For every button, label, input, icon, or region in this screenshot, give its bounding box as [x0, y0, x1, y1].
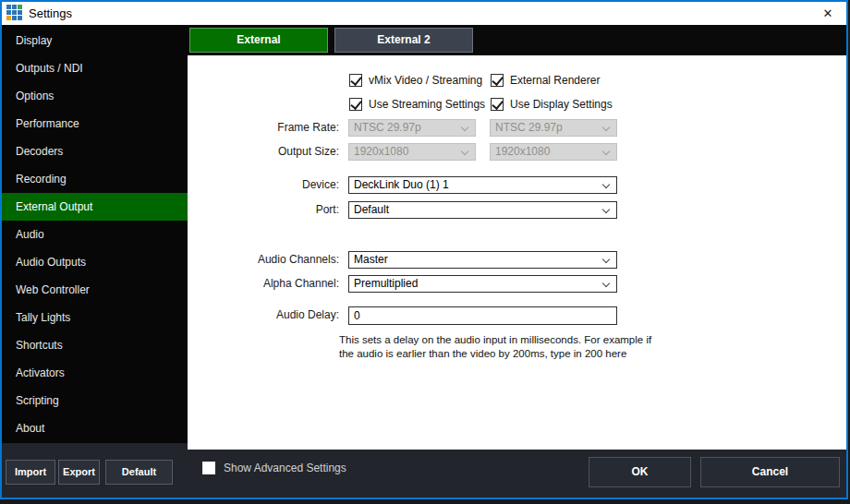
checkbox-external-renderer[interactable]: External Renderer	[491, 74, 600, 87]
sidebar-item-options[interactable]: Options	[2, 82, 188, 110]
checkbox-box	[349, 98, 362, 111]
port-label: Port:	[188, 203, 339, 216]
chevron-down-icon	[602, 148, 610, 155]
sidebar-item-external-output[interactable]: External Output	[2, 193, 188, 221]
audio-delay-help-text: This sets a delay on the audio input in …	[339, 333, 653, 361]
external-output-panel: vMix Video / Streaming External Renderer…	[188, 55, 846, 450]
audio-channels-label: Audio Channels:	[188, 253, 339, 266]
close-icon[interactable]: ✕	[818, 2, 838, 25]
output-size-select-1: 1920x1080	[348, 143, 476, 161]
checkbox-box	[491, 74, 504, 87]
combo-value: Default	[354, 203, 389, 216]
sidebar-item-audio-outputs[interactable]: Audio Outputs	[2, 248, 188, 276]
combo-value: Premultiplied	[354, 277, 418, 290]
checkbox-use-display-settings[interactable]: Use Display Settings	[491, 98, 613, 111]
checkbox-box	[349, 74, 362, 87]
sidebar-item-audio[interactable]: Audio	[2, 221, 188, 248]
combo-value: NTSC 29.97p	[354, 121, 421, 134]
sidebar-item-shortcuts[interactable]: Shortcuts	[2, 331, 188, 359]
help-line: the audio is earlier than the video by 2…	[339, 347, 653, 361]
chevron-down-icon	[602, 280, 610, 287]
vmix-logo-icon	[6, 5, 22, 20]
chevron-down-icon	[602, 206, 610, 213]
chevron-down-icon	[461, 148, 468, 155]
checkbox-label: Use Display Settings	[510, 98, 613, 111]
checkbox-box	[202, 462, 215, 474]
audio-delay-input[interactable]	[348, 306, 617, 325]
sidebar-item-display[interactable]: Display	[2, 27, 188, 54]
device-label: Device:	[188, 178, 339, 191]
checkbox-box	[491, 98, 504, 111]
checkbox-show-advanced-settings[interactable]: Show Advanced Settings	[202, 462, 346, 474]
checkbox-label: Show Advanced Settings	[224, 462, 346, 474]
tab-external-2[interactable]: External 2	[334, 28, 473, 53]
tab-external[interactable]: External	[189, 28, 328, 53]
import-button[interactable]: Import	[6, 460, 55, 485]
alpha-channel-label: Alpha Channel:	[188, 277, 339, 290]
sidebar-item-recording[interactable]: Recording	[2, 165, 188, 193]
alpha-channel-select[interactable]: Premultiplied	[348, 275, 617, 293]
ok-button[interactable]: OK	[589, 457, 691, 487]
checkbox-vmix-video-streaming[interactable]: vMix Video / Streaming	[349, 74, 482, 87]
external-output-tabstrip: External External 2	[188, 25, 846, 55]
frame-rate-select-1: NTSC 29.97p	[348, 119, 476, 137]
checkbox-label: vMix Video / Streaming	[369, 74, 482, 87]
export-button[interactable]: Export	[58, 460, 100, 485]
sidebar-item-decoders[interactable]: Decoders	[2, 138, 188, 165]
sidebar-item-web-controller[interactable]: Web Controller	[2, 276, 188, 304]
output-size-label: Output Size:	[188, 145, 339, 158]
cancel-button[interactable]: Cancel	[700, 457, 840, 487]
combo-value: Master	[354, 253, 388, 266]
title-bar: Settings ✕	[2, 2, 846, 25]
output-size-select-2: 1920x1080	[490, 143, 617, 161]
sidebar-item-tally-lights[interactable]: Tally Lights	[2, 304, 188, 331]
audio-delay-label: Audio Delay:	[188, 308, 339, 321]
checkbox-label: Use Streaming Settings	[369, 98, 485, 111]
checkbox-use-streaming-settings[interactable]: Use Streaming Settings	[349, 98, 485, 111]
sidebar-item-activators[interactable]: Activators	[2, 359, 188, 387]
screen: Settings ✕ Display Outputs / NDI Options…	[0, 0, 850, 504]
combo-value: NTSC 29.97p	[495, 121, 563, 134]
chevron-down-icon	[602, 124, 610, 131]
combo-value: 1920x1080	[354, 145, 408, 158]
chevron-down-icon	[602, 181, 610, 188]
sidebar-footer: Import Export Default	[2, 443, 188, 498]
sidebar-item-scripting[interactable]: Scripting	[2, 387, 188, 414]
chevron-down-icon	[602, 256, 610, 263]
sidebar-item-about[interactable]: About	[2, 414, 188, 442]
window-title: Settings	[29, 2, 72, 25]
port-select[interactable]: Default	[348, 201, 617, 219]
audio-channels-select[interactable]: Master	[348, 251, 617, 269]
checkbox-label: External Renderer	[510, 74, 600, 87]
device-select[interactable]: DeckLink Duo (1) 1	[348, 176, 617, 194]
default-button[interactable]: Default	[105, 460, 173, 485]
sidebar-item-outputs-ndi[interactable]: Outputs / NDI	[2, 54, 188, 82]
frame-rate-select-2: NTSC 29.97p	[490, 119, 617, 137]
combo-value: DeckLink Duo (1) 1	[354, 178, 449, 191]
sidebar-item-performance[interactable]: Performance	[2, 110, 188, 138]
combo-value: 1920x1080	[495, 145, 550, 158]
settings-window: Settings ✕ Display Outputs / NDI Options…	[0, 0, 848, 499]
chevron-down-icon	[461, 124, 468, 131]
dialog-footer: Show Advanced Settings OK Cancel	[188, 450, 846, 498]
settings-sidebar: Display Outputs / NDI Options Performanc…	[2, 25, 188, 443]
frame-rate-label: Frame Rate:	[188, 121, 339, 134]
help-line: This sets a delay on the audio input in …	[339, 333, 653, 347]
